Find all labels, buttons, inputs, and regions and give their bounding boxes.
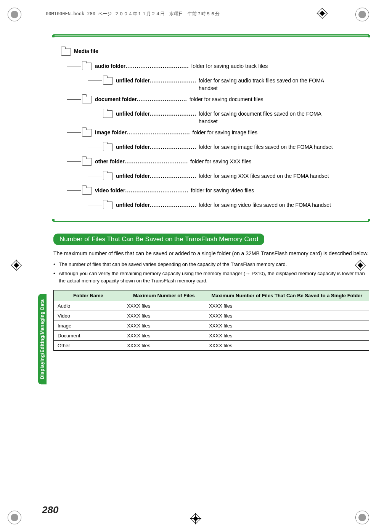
folder-desc: folder for saving video files xyxy=(191,187,254,195)
register-mark-top xyxy=(316,8,328,19)
crop-mark-tr xyxy=(355,8,369,21)
table-cell: XXXX files xyxy=(123,330,205,340)
table-row: Other XXXX files XXXX files xyxy=(54,340,369,350)
folder-icon xyxy=(103,77,113,85)
folder-desc: folder for saving image files saved on t… xyxy=(199,143,333,151)
folder-icon xyxy=(82,96,92,103)
leader-dots: ........................... xyxy=(137,96,187,102)
bullet-list: The number of files that can be saved va… xyxy=(53,261,369,285)
rule-bottom xyxy=(53,220,369,222)
page-content: Media file audio folder ................… xyxy=(53,34,369,351)
tree-root-row: Media file xyxy=(61,48,369,59)
folder-label: audio folder xyxy=(95,63,125,69)
leader-dots: .................................. xyxy=(125,187,188,193)
folder-label: unfiled folder xyxy=(116,144,150,150)
table-cell: XXXX files xyxy=(205,321,369,330)
folder-label: document folder xyxy=(95,96,137,102)
table-cell: XXXX files xyxy=(205,340,369,350)
tree-item-other-unfiled: unfiled folder .........................… xyxy=(103,172,369,183)
crop-mark-br xyxy=(355,511,369,524)
table-cell: XXXX files xyxy=(123,311,205,321)
folder-desc: folder for saving video files saved on t… xyxy=(199,202,331,209)
table-header-row: Folder Name Maximum Number of Files Maxi… xyxy=(54,290,369,301)
folder-label: unfiled folder xyxy=(116,111,150,117)
folder-label: unfiled folder xyxy=(116,77,150,84)
folder-label: video folder xyxy=(95,187,125,193)
folder-label: other folder xyxy=(95,158,125,164)
folder-icon xyxy=(82,158,92,166)
folder-icon xyxy=(82,129,92,137)
connector xyxy=(67,156,81,191)
tree-item-document: document folder ........................… xyxy=(82,96,369,106)
connector xyxy=(88,165,102,176)
folder-icon xyxy=(61,48,71,56)
tree-item-audio-unfiled: unfiled folder .........................… xyxy=(103,77,369,92)
crop-mark-tl xyxy=(8,8,21,21)
tree-item-document-unfiled: unfiled folder .........................… xyxy=(103,110,369,125)
table-cell: XXXX files xyxy=(123,321,205,330)
page-number: 280 xyxy=(42,504,58,516)
register-mark-left xyxy=(11,260,22,271)
leader-dots: ......................... xyxy=(150,77,196,84)
table-cell: XXXX files xyxy=(123,340,205,350)
table-cell: XXXX files xyxy=(205,330,369,340)
folder-label: image folder xyxy=(95,129,127,135)
table-header: Maximum Number of Files xyxy=(123,290,205,301)
crop-mark-bl xyxy=(8,511,21,524)
rule-top xyxy=(53,34,369,37)
connector xyxy=(67,65,81,100)
folder-icon xyxy=(82,187,92,195)
table-cell: XXXX files xyxy=(205,301,369,311)
files-table: Folder Name Maximum Number of Files Maxi… xyxy=(53,290,369,351)
folder-icon xyxy=(103,172,113,180)
table-cell: Other xyxy=(54,340,123,350)
side-tab: Displaying/Editing/Managing Data xyxy=(38,294,47,384)
table-cell: Video xyxy=(54,311,123,321)
tree-item-video-unfiled: unfiled folder .........................… xyxy=(103,202,369,212)
folder-label: unfiled folder xyxy=(116,173,150,179)
folder-icon xyxy=(103,110,113,118)
body-text: The maximum number of files that can be … xyxy=(53,250,369,258)
table-row: Image XXXX files XXXX files xyxy=(54,321,369,330)
folder-desc: folder for saving XXX files xyxy=(190,158,251,166)
register-mark-bottom xyxy=(190,513,201,524)
table-header: Folder Name xyxy=(54,290,123,301)
tree-item-other: other folder ...........................… xyxy=(82,158,369,169)
folder-icon xyxy=(103,202,113,209)
leader-dots: ......................... xyxy=(150,173,196,179)
folder-desc: folder for saving image files xyxy=(193,129,257,137)
folder-desc: folder for saving audio track files xyxy=(191,63,268,70)
table-row: Audio XXXX files XXXX files xyxy=(54,301,369,311)
table-cell: XXXX files xyxy=(123,301,205,311)
leader-dots: ......................... xyxy=(150,111,196,117)
tree-item-video: video folder ...........................… xyxy=(82,187,369,198)
section-heading: Number of Files That Can Be Saved on the… xyxy=(53,234,264,245)
leader-dots: .................................. xyxy=(125,158,188,164)
folder-desc: folder for saving audio track files save… xyxy=(199,77,340,92)
bullet-item: The number of files that can be saved va… xyxy=(53,261,369,268)
tree-item-image: image folder ...........................… xyxy=(82,129,369,140)
folder-label: unfiled folder xyxy=(116,202,150,208)
header-meta: 00M1000EN.book 280 ページ ２００４年１１月２４日 水曜日 午… xyxy=(46,11,220,17)
leader-dots: ......................... xyxy=(150,144,196,150)
bullet-item: Although you can verify the remaining me… xyxy=(53,270,369,285)
table-cell: XXXX files xyxy=(205,311,369,321)
connector xyxy=(88,194,102,205)
table-header: Maximum Number of Files That Can Be Save… xyxy=(205,290,369,301)
table-row: Video XXXX files XXXX files xyxy=(54,311,369,321)
tree-item-image-unfiled: unfiled folder .........................… xyxy=(103,143,369,154)
connector xyxy=(67,55,81,66)
folder-tree: Media file audio folder ................… xyxy=(61,48,369,212)
folder-desc: folder for saving document files xyxy=(190,96,263,103)
table-cell: Document xyxy=(54,330,123,340)
connector xyxy=(88,136,102,147)
leader-dots: .................................. xyxy=(127,129,190,135)
tree-root-label: Media file xyxy=(74,48,98,54)
leader-dots: ......................... xyxy=(150,202,196,208)
folder-icon xyxy=(82,63,92,70)
leader-dots: .................................. xyxy=(125,63,189,69)
table-cell: Image xyxy=(54,321,123,330)
folder-desc: folder for saving document files saved o… xyxy=(199,110,340,125)
connector xyxy=(88,69,102,81)
tree-item-audio: audio folder ...........................… xyxy=(82,63,369,73)
